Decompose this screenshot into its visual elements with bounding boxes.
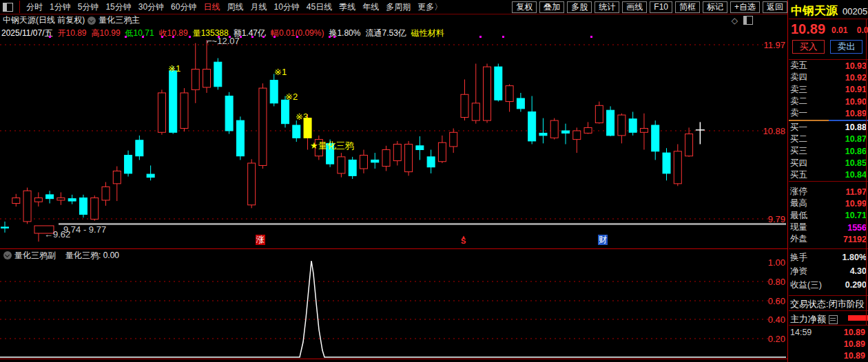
row-value: 4.30 xyxy=(850,266,867,276)
row-value: 10.85 xyxy=(845,158,867,168)
row-label: 净资 xyxy=(790,266,807,277)
candlestick-chart[interactable] xyxy=(0,0,787,362)
row-value: 1.80% xyxy=(843,253,867,262)
row-label: 买三 xyxy=(790,145,807,157)
tick-list[interactable]: 14:5910.8910.8910.89 xyxy=(789,326,867,361)
sell-button[interactable]: 卖出 xyxy=(830,40,862,54)
tick-price: 10.89 xyxy=(844,328,865,337)
stat-row[interactable]: 现量1556 xyxy=(789,222,868,233)
price-change: 0.01 0.09% xyxy=(831,25,868,35)
axis-label: 0.40 xyxy=(752,315,785,325)
last-price: 10.89 xyxy=(791,21,825,37)
stat-row[interactable]: 净资4.30 xyxy=(789,264,868,278)
row-label: 外盘 xyxy=(790,233,807,245)
row-value: 10.89 xyxy=(845,109,867,118)
row-label: 卖二 xyxy=(790,96,807,107)
row-value: 10.91 xyxy=(845,85,867,94)
axis-label: 0.60 xyxy=(752,296,785,306)
main-flow-label: 主力净额 xyxy=(790,313,826,326)
trade-status-label: 交易状态: xyxy=(790,299,829,309)
sub-indicator-readout: 量化三鸦: 0.00 xyxy=(65,250,119,262)
stat-row[interactable]: 收益(三)0.290 xyxy=(789,278,868,292)
bid-row[interactable]: 买四10.85 xyxy=(789,157,868,169)
collapse-icon[interactable] xyxy=(3,251,12,259)
stat-row[interactable]: 外盘71192 xyxy=(789,233,868,245)
row-label: 收益(三) xyxy=(790,279,822,291)
trade-status: 交易状态:闭市阶段 xyxy=(790,298,865,310)
quote-panel: 中钢天源002057 10.89 0.01 0.09% 买入 卖出 卖五10.9… xyxy=(789,0,868,362)
stats-box: 涨停11.97最高10.99最低10.71现量1556外盘71192 xyxy=(789,186,868,245)
stat-row[interactable]: 换手1.80% xyxy=(789,251,868,264)
row-value: 10.92 xyxy=(845,73,867,83)
row-label: 换手 xyxy=(790,252,807,264)
axis-label: 0.20 xyxy=(752,334,785,344)
main-flow-row[interactable]: 主力净额 xyxy=(790,313,838,326)
chart-annotation: ←9.62 xyxy=(44,229,70,239)
tick-row[interactable]: 10.89 xyxy=(789,338,867,350)
stock-code: 002057 xyxy=(843,6,868,17)
bid-row[interactable]: 买一10.88 xyxy=(789,121,868,133)
row-label: 现量 xyxy=(790,222,807,233)
buy-button[interactable]: 买入 xyxy=(792,40,825,54)
row-label: 卖五 xyxy=(790,60,807,72)
tick-price: 10.89 xyxy=(844,351,865,361)
ask-row[interactable]: 卖二10.90 xyxy=(789,96,868,107)
list-icon[interactable] xyxy=(829,315,838,324)
row-label: 买二 xyxy=(790,134,807,145)
row-label: 买一 xyxy=(790,122,807,134)
sub-indicator-header: 量化三鸦副 量化三鸦: 0.00 xyxy=(0,250,787,261)
tick-time: 14:59 xyxy=(790,328,812,337)
ask-row[interactable]: 卖一10.89 xyxy=(789,107,868,119)
row-value: 10.88 xyxy=(845,123,867,132)
stock-name-text: 中钢天源 xyxy=(791,4,838,17)
stat-row[interactable]: 最高10.99 xyxy=(789,198,868,209)
row-value: 11.97 xyxy=(845,187,867,197)
sub-indicator-name: 量化三鸦副 xyxy=(14,250,56,262)
axis-label: 0.80 xyxy=(752,277,785,287)
row-value: 10.86 xyxy=(845,147,867,156)
row-value: 10.84 xyxy=(845,170,867,180)
row-label: 买五 xyxy=(790,169,807,181)
bid-row[interactable]: 买二10.87 xyxy=(789,134,868,145)
row-label: 卖四 xyxy=(790,72,807,83)
row-value: 10.87 xyxy=(845,134,867,144)
main-flow-bar xyxy=(848,315,868,321)
axis-label: 11.97 xyxy=(752,40,785,50)
stat-row[interactable]: 涨停11.97 xyxy=(789,186,868,198)
row-label: 涨停 xyxy=(790,186,807,198)
stats-box-2: 换手1.80%净资4.30收益(三)0.290 xyxy=(789,251,868,292)
chart-annotation: ★量化三鸦 xyxy=(310,140,354,152)
event-marker[interactable]: ▴S xyxy=(461,234,466,244)
row-value: 1556 xyxy=(847,223,867,233)
tick-row[interactable]: 10.89 xyxy=(789,350,867,361)
chart-annotation: ※1 xyxy=(274,67,287,77)
axis-label: 10.88 xyxy=(752,126,785,136)
row-value: 0.290 xyxy=(845,280,867,290)
chart-annotation: ※3 xyxy=(296,111,308,122)
ask-row[interactable]: 卖三10.91 xyxy=(789,84,868,96)
chart-annotation: ⌐~12.07 xyxy=(207,36,240,46)
row-label: 卖三 xyxy=(790,84,807,96)
trade-status-value: 闭市阶段 xyxy=(829,299,865,309)
event-marker[interactable]: 涨 xyxy=(256,235,265,245)
stat-row[interactable]: 最低10.71 xyxy=(789,210,868,222)
bid-row[interactable]: 买五10.84 xyxy=(789,169,868,181)
row-value: 10.99 xyxy=(845,199,867,209)
ask-row[interactable]: 卖五10.93 xyxy=(789,60,868,72)
row-value: 10.93 xyxy=(845,61,867,71)
order-book: 卖五10.93卖四10.92卖三10.91卖二10.90卖一10.89买一10.… xyxy=(789,59,868,182)
row-label: 买四 xyxy=(790,158,807,169)
row-label: 最低 xyxy=(790,210,807,222)
stock-name: 中钢天源002057 xyxy=(791,3,868,19)
tick-row[interactable]: 14:5910.89 xyxy=(789,326,867,338)
row-value: 10.90 xyxy=(845,97,867,107)
row-label: 卖一 xyxy=(790,107,807,119)
change-value: 0.01 xyxy=(831,25,847,35)
bid-row[interactable]: 买三10.86 xyxy=(789,145,868,157)
ask-row[interactable]: 卖四10.92 xyxy=(789,72,868,83)
row-label: 最高 xyxy=(790,198,807,209)
tick-price: 10.89 xyxy=(844,339,865,349)
axis-label: 9.79 xyxy=(752,214,785,224)
chart-annotation: ※1 xyxy=(168,63,180,74)
event-marker[interactable]: 财 xyxy=(598,235,608,245)
